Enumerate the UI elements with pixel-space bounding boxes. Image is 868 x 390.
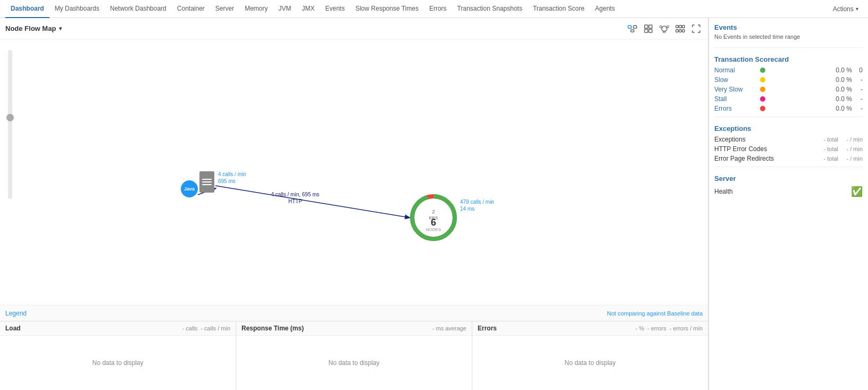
zoom-slider[interactable] [8, 50, 12, 199]
exceptions-total-1: - total [823, 136, 838, 143]
scorecard-row-stall: Stall 0.0 % - [714, 94, 863, 104]
center-node-num: 6 [431, 217, 436, 228]
server-icon [199, 171, 214, 193]
tab-slow-response[interactable]: Slow Response Times [350, 0, 424, 18]
center-node-bottom: NODES [426, 227, 441, 232]
tab-jvm[interactable]: JVM [273, 0, 297, 18]
load-panel-header: Load - calls - calls / min [0, 321, 236, 336]
response-time-title: Response Time (ms) [241, 325, 304, 332]
tab-container[interactable]: Container [172, 0, 210, 18]
exceptions-label-1: Exceptions [714, 136, 823, 143]
scorecard-errors-dash: - [852, 105, 863, 112]
server-calls-label: 4 calls / min [218, 171, 246, 177]
arrow-label-2: HTTP [288, 198, 302, 204]
response-time-no-data: No data to display [236, 336, 472, 390]
flow-map-canvas[interactable]: 4 calls / min, 695 ms HTTP Java 4 calls … [0, 39, 708, 305]
load-no-data: No data to display [0, 336, 236, 390]
load-panel: Load - calls - calls / min No data to di… [0, 321, 236, 390]
svg-point-11 [667, 26, 669, 28]
divider-2 [714, 117, 863, 117]
load-title: Load [5, 325, 21, 332]
server-health-label: Health [714, 188, 733, 195]
errors-title: Errors [478, 325, 497, 332]
load-calls: - calls [182, 325, 198, 331]
scorecard-normal-label[interactable]: Normal [714, 67, 757, 74]
tab-network-dashboard[interactable]: Network Dashboard [105, 0, 172, 18]
errors-panel: Errors - % - errors - errors / min No da… [472, 321, 708, 390]
center-node-top-text: 2 [432, 209, 435, 214]
scorecard-stall-pct: 0.0 % [769, 95, 852, 103]
tab-memory[interactable]: Memory [239, 0, 273, 18]
scorecard-stall-label[interactable]: Stall [714, 95, 757, 103]
exceptions-label-3: Error Page Redirects [714, 155, 823, 162]
errors-no-data: No data to display [472, 336, 708, 390]
actions-label: Actions [833, 5, 854, 13]
exceptions-total-3: - total [823, 155, 838, 162]
scorecard-very-slow-label[interactable]: Very Slow [714, 86, 757, 93]
tab-agents[interactable]: Agents [590, 0, 620, 18]
center-ms-label: 14 ms [460, 206, 474, 212]
tab-transaction-score[interactable]: Transaction Score [528, 0, 590, 18]
java-node-label: Java [184, 186, 195, 192]
exceptions-row-1: Exceptions - total - / min [714, 135, 863, 144]
errors-rate: - errors / min [670, 325, 703, 331]
health-check-icon: ✅ [851, 186, 863, 197]
svg-rect-7 [645, 29, 648, 32]
divider-3 [714, 167, 863, 167]
node-flow-map-title: Node Flow Map [5, 24, 56, 32]
scorecard-slow-pct: 0.0 % [769, 76, 852, 84]
svg-point-19 [676, 29, 679, 32]
server-node[interactable]: 4 calls / min 695 ms [199, 171, 214, 193]
exceptions-rate-2: - / min [841, 146, 863, 152]
fullscreen-icon[interactable] [690, 22, 703, 35]
events-section-text: No Events in selected time range [714, 34, 863, 40]
svg-line-22 [215, 186, 410, 218]
java-node[interactable]: Java [181, 180, 198, 197]
response-time-panel: Response Time (ms) - ms average No data … [236, 321, 472, 390]
subheader-icons [626, 22, 703, 35]
server-health-row: Health ✅ [714, 185, 863, 198]
tab-events[interactable]: Events [320, 0, 350, 18]
legend-label[interactable]: Legend [5, 310, 27, 317]
subheader: Node Flow Map ▾ [0, 18, 708, 39]
node-list-icon[interactable] [674, 22, 687, 35]
grid-view-icon[interactable] [642, 22, 655, 35]
zoom-slider-thumb[interactable] [6, 114, 14, 121]
exceptions-row-2: HTTP Error Codes - total - / min [714, 144, 863, 154]
topology-view-icon[interactable] [626, 22, 639, 35]
actions-button[interactable]: Actions ▾ [829, 5, 863, 13]
scorecard-row-very-slow: Very Slow 0.0 % - [714, 85, 863, 94]
exceptions-total-2: - total [823, 146, 838, 152]
tab-dashboard[interactable]: Dashboard [5, 0, 49, 18]
tab-jmx[interactable]: JMX [297, 0, 320, 18]
scorecard-slow-label[interactable]: Slow [714, 76, 757, 84]
svg-rect-0 [628, 26, 631, 28]
scorecard-errors-dot [760, 106, 765, 111]
scorecard-normal-count: 0 [852, 67, 863, 74]
chevron-down-icon: ▾ [856, 6, 858, 12]
exceptions-row-3: Error Page Redirects - total - / min [714, 154, 863, 163]
tab-errors[interactable]: Errors [424, 0, 452, 18]
tab-transaction-snapshots[interactable]: Transaction Snapshots [452, 0, 528, 18]
svg-rect-8 [649, 29, 652, 32]
exceptions-section-title: Exceptions [714, 125, 863, 132]
response-time-header: Response Time (ms) - ms average [236, 321, 472, 336]
tab-server[interactable]: Server [210, 0, 239, 18]
node-flow-map-dropdown[interactable]: Node Flow Map ▾ [5, 24, 62, 32]
load-meta: - calls - calls / min [182, 325, 230, 331]
svg-point-16 [676, 25, 679, 28]
divider-1 [714, 47, 863, 48]
scorecard-very-slow-pct: 0.0 % [769, 86, 852, 93]
tab-my-dashboards[interactable]: My Dashboards [49, 0, 105, 18]
circular-view-icon[interactable] [658, 22, 671, 35]
scorecard-errors-label[interactable]: Errors [714, 105, 757, 112]
errors-count: - errors [647, 325, 666, 331]
errors-pct: - % [636, 325, 645, 331]
center-donut-node[interactable]: 2 ERS 6 NODES 479 calls / min 14 ms [410, 194, 457, 243]
svg-point-18 [682, 25, 685, 28]
svg-rect-5 [645, 25, 648, 28]
errors-meta: - % - errors - errors / min [636, 325, 703, 331]
center-calls-label: 479 calls / min [460, 199, 494, 205]
bottom-panels: Load - calls - calls / min No data to di… [0, 321, 708, 390]
errors-panel-header: Errors - % - errors - errors / min [472, 321, 708, 336]
